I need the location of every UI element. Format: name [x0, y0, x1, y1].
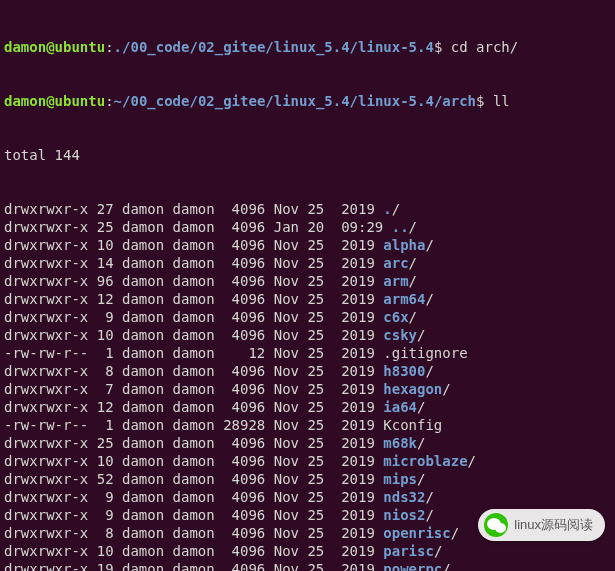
file-name: arm — [383, 273, 408, 289]
wechat-icon — [484, 513, 508, 537]
listing-row: drwxrwxr-x 10 damon damon 4096 Nov 25 20… — [4, 326, 611, 344]
listing-row: drwxrwxr-x 96 damon damon 4096 Nov 25 20… — [4, 272, 611, 290]
listing-row: drwxrwxr-x 52 damon damon 4096 Nov 25 20… — [4, 470, 611, 488]
file-name: c6x — [383, 309, 408, 325]
listing-row: drwxrwxr-x 19 damon damon 4096 Nov 25 20… — [4, 560, 611, 571]
file-name: .gitignore — [383, 345, 467, 361]
file-name: .. — [392, 219, 409, 235]
file-name: h8300 — [383, 363, 425, 379]
listing-row: drwxrwxr-x 9 damon damon 4096 Nov 25 201… — [4, 488, 611, 506]
file-name: mips — [383, 471, 417, 487]
file-name: Kconfig — [383, 417, 442, 433]
listing-row: drwxrwxr-x 25 damon damon 4096 Nov 25 20… — [4, 434, 611, 452]
file-name: microblaze — [383, 453, 467, 469]
file-name: m68k — [383, 435, 417, 451]
listing-row: drwxrwxr-x 27 damon damon 4096 Nov 25 20… — [4, 200, 611, 218]
listing-row: drwxrwxr-x 8 damon damon 4096 Nov 25 201… — [4, 362, 611, 380]
listing-row: drwxrwxr-x 25 damon damon 4096 Jan 20 09… — [4, 218, 611, 236]
file-name: . — [383, 201, 391, 217]
file-name: nios2 — [383, 507, 425, 523]
file-name: csky — [383, 327, 417, 343]
listing-row: drwxrwxr-x 7 damon damon 4096 Nov 25 201… — [4, 380, 611, 398]
listing-row: -rw-rw-r-- 1 damon damon 28928 Nov 25 20… — [4, 416, 611, 434]
listing-row: drwxrwxr-x 9 damon damon 4096 Nov 25 201… — [4, 308, 611, 326]
file-name: openrisc — [383, 525, 450, 541]
listing-row: drwxrwxr-x 10 damon damon 4096 Nov 25 20… — [4, 452, 611, 470]
file-name: nds32 — [383, 489, 425, 505]
listing-row: drwxrwxr-x 10 damon damon 4096 Nov 25 20… — [4, 236, 611, 254]
file-name: arm64 — [383, 291, 425, 307]
file-name: powerpc — [383, 561, 442, 571]
total-line: total 144 — [4, 146, 611, 164]
listing-row: drwxrwxr-x 12 damon damon 4096 Nov 25 20… — [4, 290, 611, 308]
listing-row: drwxrwxr-x 12 damon damon 4096 Nov 25 20… — [4, 398, 611, 416]
file-name: arc — [383, 255, 408, 271]
listing-row: drwxrwxr-x 14 damon damon 4096 Nov 25 20… — [4, 254, 611, 272]
file-name: alpha — [383, 237, 425, 253]
prompt-line-prev: damon@ubuntu:./00_code/02_gitee/linux_5.… — [4, 38, 611, 56]
wechat-watermark: linux源码阅读 — [478, 509, 605, 541]
prompt-line: damon@ubuntu:~/00_code/02_gitee/linux_5.… — [4, 92, 611, 110]
listing-row: -rw-rw-r-- 1 damon damon 12 Nov 25 2019 … — [4, 344, 611, 362]
file-name: parisc — [383, 543, 434, 559]
file-name: ia64 — [383, 399, 417, 415]
listing-row: drwxrwxr-x 10 damon damon 4096 Nov 25 20… — [4, 542, 611, 560]
watermark-text: linux源码阅读 — [514, 516, 593, 534]
file-name: hexagon — [383, 381, 442, 397]
terminal-output[interactable]: damon@ubuntu:./00_code/02_gitee/linux_5.… — [0, 0, 615, 571]
